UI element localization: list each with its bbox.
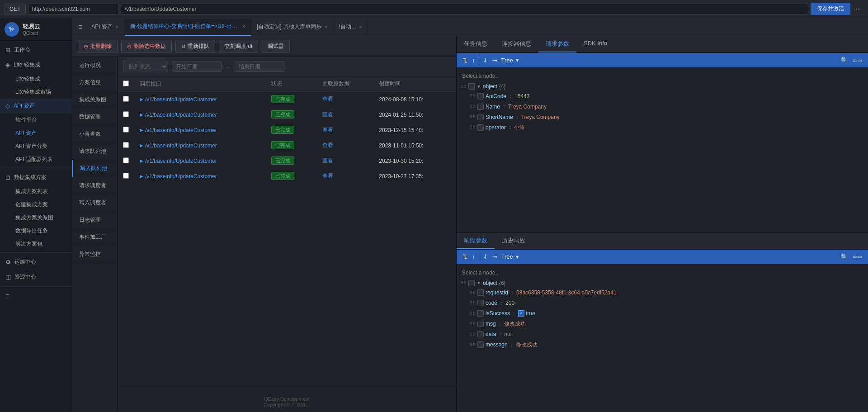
table-row[interactable]: ▶ /v1/baseinfo/UpdateCustomer 已完成 查看 202… (118, 169, 456, 184)
row-related-cell[interactable]: 查看 (317, 169, 374, 184)
tab-api-asset-close[interactable]: ✕ (115, 24, 119, 29)
nav-item-exception-monitor[interactable]: 异常监控 (72, 246, 117, 263)
row-related-cell[interactable]: 查看 (317, 153, 374, 169)
tab-auto2-close[interactable]: ✕ (359, 24, 362, 29)
nav-item-event-factory[interactable]: 事件加工厂 (72, 229, 117, 246)
row-related-cell[interactable]: 查看 (317, 107, 374, 123)
sidebar-sub-create-solution[interactable]: 创建集成方案 (0, 198, 72, 211)
resp-node-issuccess[interactable]: ⠿⠿ isSuccess ： ✓ true (457, 308, 868, 319)
test-button[interactable]: 调试器 (262, 40, 290, 53)
row-checkbox[interactable] (123, 96, 129, 102)
nav-item-request-queue[interactable]: 请求队列池 (72, 143, 117, 160)
resp-tab-history[interactable]: 历史响应 (495, 233, 533, 249)
row-api-link[interactable]: ▶ /v1/baseinfo/UpdateCustomer (140, 142, 260, 149)
url-base-input[interactable] (28, 4, 118, 14)
more-options-button[interactable]: ··· (850, 5, 863, 13)
view-related-button[interactable]: 查看 (322, 172, 333, 180)
resp-node-code[interactable]: ⠿⠿ code ： 200 (457, 298, 868, 308)
sidebar-item-api[interactable]: ◇ API 资产 (0, 99, 72, 114)
select-all-checkbox[interactable] (123, 81, 129, 86)
delete-selected-button[interactable]: ⊖ 删除选中数据 (121, 40, 172, 53)
row-api-link[interactable]: ▶ /v1/baseinfo/UpdateCustomer (140, 158, 260, 164)
req-node-operator[interactable]: ⠿⠿ operator ： 小涛 (457, 122, 868, 133)
resp-tree-search-btn[interactable]: 🔍 (838, 252, 851, 261)
tab-menu-button[interactable]: ≡ (75, 18, 86, 36)
row-checkbox-cell[interactable] (118, 138, 134, 153)
sidebar-bottom-icon[interactable]: ≡ (0, 289, 72, 303)
row-checkbox-cell[interactable] (118, 153, 134, 169)
req-root-node[interactable]: ⠿⠿ ▼ object {4} (457, 82, 868, 91)
row-checkbox-cell[interactable] (118, 92, 134, 107)
batch-delete-button[interactable]: ⊖ 批量删除 (78, 40, 118, 53)
resp-node-message-cb[interactable] (477, 341, 484, 348)
tree-collapse-btn[interactable]: ↑ (470, 56, 477, 65)
req-node-shortname-cb[interactable] (477, 114, 484, 120)
resp-node-message[interactable]: ⠿⠿ message ： 修改成功 (457, 340, 868, 350)
view-related-button[interactable]: 查看 (322, 157, 333, 165)
sidebar-sub-software[interactable]: 软件平台 (0, 114, 72, 127)
resp-root-node[interactable]: ⠿⠿ ▼ object {6} (457, 279, 868, 288)
nav-item-log-mgmt[interactable]: 日志管理 (72, 212, 117, 229)
req-node-apicode[interactable]: ⠿⠿ ApiCode ： 15443 (457, 91, 868, 101)
view-related-button[interactable]: 查看 (322, 142, 333, 149)
row-checkbox[interactable] (123, 142, 129, 148)
tree-filter-btn[interactable]: ⊸ (490, 56, 500, 65)
row-related-cell[interactable]: 查看 (317, 123, 374, 138)
nav-item-integration-map[interactable]: 集成关系图 (72, 91, 117, 109)
resp-node-data-cb[interactable] (477, 331, 484, 337)
nav-item-write-scheduler[interactable]: 写入调度者 (72, 194, 117, 212)
resp-node-is-cb[interactable] (477, 310, 484, 317)
sidebar-sub-solution-map[interactable]: 集成方案关系图 (0, 211, 72, 224)
table-row[interactable]: ▶ /v1/baseinfo/UpdateCustomer 已完成 查看 202… (118, 138, 456, 153)
resp-root-checkbox-icon[interactable] (468, 280, 475, 286)
nav-item-overview[interactable]: 运行概况 (72, 57, 117, 74)
nav-item-data-mgmt[interactable]: 数据管理 (72, 109, 117, 126)
resp-node-msg[interactable]: ⠿⠿ msg ： 修改成功 (457, 319, 868, 329)
req-node-shortname[interactable]: ⠿⠿ ShortName ： Treya Company (457, 112, 868, 122)
tab-auto1[interactable]: [自动定制]-其他入库单同步 ✕ (251, 19, 334, 36)
row-api-link[interactable]: ▶ /v1/baseinfo/UpdateCustomer (140, 173, 260, 180)
tab-auto1-close[interactable]: ✕ (324, 24, 328, 29)
resp-root-arrow[interactable]: ▼ (476, 280, 481, 285)
table-row[interactable]: ▶ /v1/baseinfo/UpdateCustomer 已完成 查看 202… (118, 92, 456, 107)
view-related-button[interactable]: 查看 (322, 111, 333, 118)
row-related-cell[interactable]: 查看 (317, 138, 374, 153)
re-queue-button[interactable]: ↺ 重新排队 (175, 40, 215, 53)
row-checkbox[interactable] (123, 127, 129, 133)
row-checkbox-cell[interactable] (118, 123, 134, 138)
resp-tree-dropdown-icon[interactable]: ▼ (515, 254, 520, 260)
sidebar-item-lite[interactable]: ◈ Lite 轻集成 (0, 57, 72, 72)
sidebar-sub-solution-list[interactable]: 集成方案列表 (0, 185, 72, 198)
resp-tree-collapse-btn[interactable]: ↑ (470, 252, 477, 261)
row-api-link[interactable]: ▶ /v1/baseinfo/UpdateCustomer (140, 127, 260, 133)
sidebar-sub-api-category[interactable]: API 资产分类 (0, 140, 72, 153)
sidebar-sub-api-adapter[interactable]: API 适配器列表 (0, 153, 72, 166)
view-related-button[interactable]: 查看 (322, 126, 333, 134)
row-checkbox-cell[interactable] (118, 107, 134, 123)
nav-item-solution-info[interactable]: 方案信息 (72, 74, 117, 91)
sidebar-sub-api-asset[interactable]: API 资产 (0, 127, 72, 140)
tree-sort-btn[interactable]: ⇃ (481, 56, 490, 65)
resp-node-msg-cb[interactable] (477, 321, 484, 327)
save-activate-button[interactable]: 保存并激活 (811, 3, 850, 15)
row-checkbox[interactable] (123, 111, 129, 117)
row-api-link[interactable]: ▶ /v1/baseinfo/UpdateCustomer (140, 112, 260, 118)
end-date-input[interactable] (235, 61, 284, 72)
tab-api-asset[interactable]: API 资产 ✕ (86, 19, 125, 36)
tab-task-info[interactable]: 任务信息 (457, 36, 495, 52)
nav-item-xiaoming[interactable]: 小青查数 (72, 126, 117, 143)
tab-lingshi-close[interactable]: ✕ (242, 24, 245, 29)
req-root-arrow[interactable]: ▼ (476, 84, 481, 89)
resp-tree-sort-btn[interactable]: ⇃ (481, 252, 490, 261)
resp-node-data[interactable]: ⠿⠿ data ： null (457, 329, 868, 340)
row-related-cell[interactable]: 查看 (317, 92, 374, 107)
nav-item-request-scheduler[interactable]: 请求调度者 (72, 177, 117, 194)
view-related-button[interactable]: 查看 (322, 95, 333, 103)
req-node-operator-cb[interactable] (477, 124, 484, 131)
sidebar-item-resources[interactable]: ◫ 资源中心 (0, 270, 72, 284)
sidebar-item-ops[interactable]: ⚙ 运维中心 (0, 255, 72, 270)
row-checkbox-cell[interactable] (118, 169, 134, 184)
nav-item-write-queue[interactable]: 写入队列池 (72, 160, 117, 177)
req-node-name[interactable]: ⠿⠿ Name ： Treya Company (457, 101, 868, 112)
queue-status-select[interactable]: 队列状态 (123, 61, 168, 72)
